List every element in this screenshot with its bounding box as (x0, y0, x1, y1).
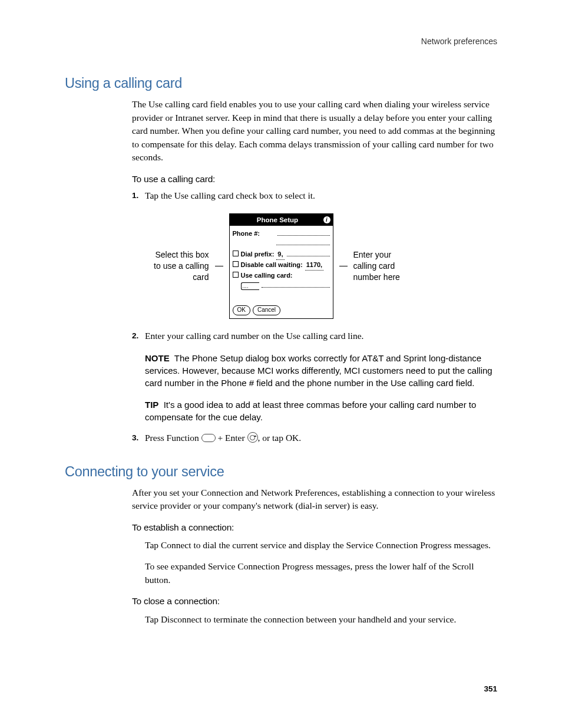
step-number: 3. (132, 432, 138, 444)
disable-cw-checkbox[interactable] (233, 261, 239, 267)
page: Network preferences Using a calling card… (0, 0, 562, 728)
intro-paragraph: The Use calling card field enables you t… (132, 98, 497, 164)
dialog-body: Phone #: Dial prefix: 9, (230, 226, 333, 318)
page-number: 351 (484, 683, 497, 695)
use-calling-card-label: Use calling card: (241, 271, 293, 281)
tip-text: It's a good idea to add at least three c… (145, 400, 476, 422)
use-calling-card-row: Use calling card: (233, 271, 330, 281)
step-list: 1. Tap the Use calling card check box to… (132, 189, 497, 202)
calling-card-input[interactable]: ,,,, (241, 282, 259, 290)
note-box: NOTE The Phone Setup dialog box works co… (145, 352, 497, 389)
step-number: 2. (132, 330, 138, 342)
procedure-heading-establish: To establish a connection: (132, 521, 497, 534)
leader-line-right (339, 266, 348, 266)
step-3: 3. Press Function + Enter , or tap OK. (132, 431, 497, 444)
step-text: Tap the Use calling card check box to se… (145, 190, 315, 200)
step-list-cont: 2. Enter your calling card number on the… (132, 330, 497, 445)
phone-number-row: Phone #: (233, 229, 330, 239)
dial-prefix-label: Dial prefix: (241, 250, 275, 259)
procedure-heading-use-card: To use a calling card: (132, 173, 497, 186)
disable-cw-label: Disable call waiting: (241, 261, 303, 270)
phone-number-field-2[interactable] (276, 239, 330, 245)
dialog-buttons: OK Cancel (233, 305, 330, 315)
note-text: The Phone Setup dialog box works correct… (145, 353, 492, 388)
phone-number-label: Phone #: (233, 229, 260, 239)
section-body: The Use calling card field enables you t… (132, 98, 497, 444)
step-text-a: Press Function (145, 433, 201, 443)
section2-body: After you set your Connection and Networ… (132, 486, 497, 627)
dial-prefix-checkbox[interactable] (233, 251, 239, 256)
tip-box: TIP It's a good idea to add at least thr… (145, 398, 497, 423)
function-key-icon (201, 434, 216, 442)
info-icon[interactable]: i (323, 216, 330, 223)
heading-using-calling-card: Using a calling card (65, 73, 497, 93)
running-head: Network preferences (65, 35, 497, 47)
cancel-button[interactable]: Cancel (253, 305, 280, 315)
figure: Select this box to use a calling card Ph… (65, 213, 497, 319)
step-text: Enter your calling card number on the Us… (145, 331, 363, 341)
tip-label: TIP (145, 400, 158, 410)
use-calling-card-checkbox[interactable] (233, 272, 239, 278)
phone-setup-dialog: Phone Setup i Phone #: (229, 213, 333, 319)
step-2: 2. Enter your calling card number on the… (132, 330, 497, 423)
dial-prefix-value[interactable]: 9, (276, 250, 284, 260)
heading-connecting-to-service: Connecting to your service (65, 462, 497, 482)
note-label: NOTE (145, 353, 170, 363)
procedure-heading-close: To close a connection: (132, 595, 497, 608)
leader-line-left (215, 266, 223, 266)
figure-right-callout: Enter your calling card number here (353, 249, 412, 283)
section2-intro: After you set your Connection and Networ… (132, 486, 497, 513)
disable-call-waiting-row: Disable call waiting: 1170, (233, 261, 330, 271)
dialog-titlebar: Phone Setup i (230, 214, 333, 226)
calling-card-input-row: ,,,, (241, 281, 330, 290)
establish-step-1: Tap Connect to dial the current service … (145, 539, 497, 552)
step-text-b: + Enter (216, 433, 247, 443)
phone-number-row-2 (233, 239, 330, 245)
ok-button[interactable]: OK (233, 305, 250, 315)
phone-number-field[interactable] (277, 230, 330, 236)
enter-key-icon (247, 432, 258, 443)
establish-step-2: To see expanded Service Connection Progr… (145, 560, 497, 587)
dialog-title: Phone Setup (232, 215, 323, 225)
close-step-1: Tap Disconnect to terminate the connecti… (145, 613, 497, 626)
step-1: 1. Tap the Use calling card check box to… (132, 189, 497, 202)
disable-cw-value[interactable]: 1170, (305, 261, 324, 271)
figure-left-callout: Select this box to use a calling card (150, 249, 209, 283)
dial-prefix-row: Dial prefix: 9, (233, 250, 330, 260)
step-text-c: , or tap OK. (258, 433, 302, 443)
step-number: 1. (132, 190, 138, 202)
